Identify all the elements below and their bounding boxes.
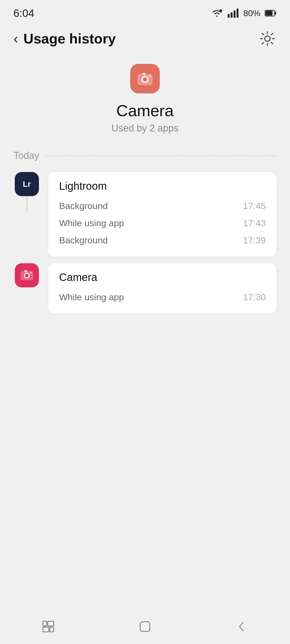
lightroom-row-2-label: While using app xyxy=(59,218,124,228)
today-label: Today xyxy=(13,150,39,161)
page-title: Usage history xyxy=(23,31,116,47)
lightroom-row-2-time: 17:43 xyxy=(243,218,266,228)
svg-point-8 xyxy=(265,36,270,41)
header: ‹ Usage history xyxy=(0,21,290,53)
timeline-icon-col-camera xyxy=(13,263,40,287)
svg-rect-19 xyxy=(43,621,47,626)
svg-rect-12 xyxy=(142,73,146,75)
lightroom-row-1-time: 17:45 xyxy=(243,201,266,211)
wifi-icon xyxy=(211,8,223,18)
nav-recent-button[interactable] xyxy=(35,617,62,636)
lightroom-app-name: Lightroom xyxy=(59,180,266,192)
gear-icon xyxy=(259,31,276,47)
battery-icon xyxy=(265,9,277,17)
recent-apps-icon xyxy=(41,620,55,634)
camera-row-1-time: 17:30 xyxy=(243,292,266,302)
lightroom-row-3-label: Background xyxy=(59,235,108,246)
camera-name: Camera xyxy=(116,101,173,120)
lightroom-icon-label: Lr xyxy=(23,180,31,189)
status-icons: 80% xyxy=(211,8,277,18)
svg-rect-3 xyxy=(234,10,235,18)
camera-card-app-name: Camera xyxy=(59,271,266,283)
camera-icon xyxy=(136,70,154,87)
camera-app-icon xyxy=(130,64,160,93)
back-nav-icon xyxy=(235,620,249,634)
svg-point-13 xyxy=(149,75,151,77)
svg-point-11 xyxy=(143,77,147,82)
camera-row-1: While using app 17:30 xyxy=(59,289,266,306)
status-bar: 6:04 80% xyxy=(0,0,290,21)
timeline-icon-col-lightroom: Lr xyxy=(13,172,40,212)
svg-rect-22 xyxy=(50,627,54,632)
back-button[interactable]: ‹ Usage history xyxy=(13,31,116,47)
timeline: Lr Lightroom Background 17:45 While usin… xyxy=(0,167,290,334)
svg-point-0 xyxy=(219,9,222,12)
svg-rect-2 xyxy=(231,12,233,18)
status-time: 6:04 xyxy=(13,7,34,19)
battery-text: 80% xyxy=(243,8,260,18)
lightroom-row-1: Background 17:45 xyxy=(59,197,266,215)
camera-row-1-label: While using app xyxy=(59,292,124,302)
svg-rect-7 xyxy=(266,11,273,16)
nav-back-button[interactable] xyxy=(228,617,255,636)
today-section: Today xyxy=(0,145,290,167)
svg-rect-6 xyxy=(275,12,276,15)
back-arrow-icon: ‹ xyxy=(13,32,18,46)
camera-app-icon-small xyxy=(15,263,39,287)
svg-point-18 xyxy=(30,272,31,273)
timeline-item-camera: Camera While using app 17:30 xyxy=(13,263,277,314)
timeline-item-lightroom: Lr Lightroom Background 17:45 While usin… xyxy=(13,172,277,257)
signal-icon xyxy=(227,8,239,18)
svg-rect-4 xyxy=(237,9,238,18)
today-divider xyxy=(46,155,277,156)
lightroom-app-icon: Lr xyxy=(15,172,39,196)
timeline-line-1 xyxy=(27,196,27,212)
home-icon xyxy=(138,620,152,634)
camera-subtitle: Used by 2 apps xyxy=(111,123,179,134)
camera-card: Camera While using app 17:30 xyxy=(48,263,277,314)
lightroom-row-2: While using app 17:43 xyxy=(59,215,266,232)
svg-rect-23 xyxy=(140,622,150,631)
lightroom-row-1-label: Background xyxy=(59,201,108,211)
svg-rect-20 xyxy=(48,621,54,626)
nav-bar xyxy=(0,612,290,644)
lightroom-row-3-time: 17:39 xyxy=(243,235,266,246)
lightroom-row-3: Background 17:39 xyxy=(59,232,266,249)
settings-button[interactable] xyxy=(258,30,277,48)
svg-point-16 xyxy=(25,274,29,277)
lightroom-card: Lightroom Background 17:45 While using a… xyxy=(48,172,277,257)
camera-section: Camera Used by 2 apps xyxy=(0,53,290,145)
camera-small-icon xyxy=(20,268,34,283)
svg-rect-21 xyxy=(43,627,49,632)
nav-home-button[interactable] xyxy=(132,617,158,636)
svg-rect-1 xyxy=(228,14,230,18)
svg-rect-17 xyxy=(24,270,27,272)
